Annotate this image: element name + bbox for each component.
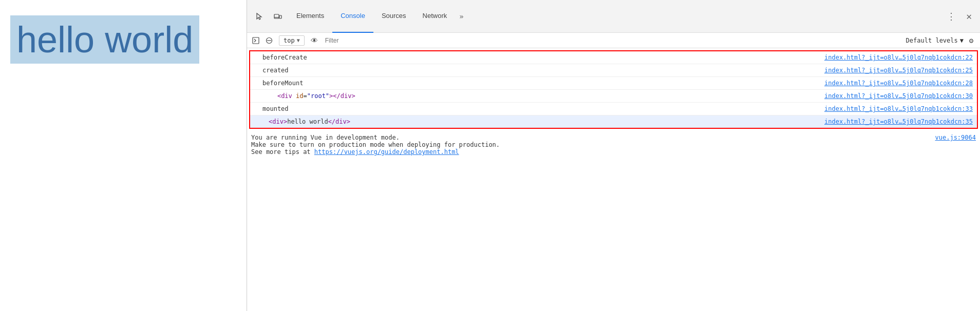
tab-network[interactable]: Network <box>414 0 456 33</box>
vue-deployment-link[interactable]: https://vuejs.org/guide/deployment.html <box>314 148 459 156</box>
default-levels-label: Default levels <box>906 37 958 44</box>
devtools-close-icon[interactable]: ✕ <box>962 9 976 24</box>
log-message-created: created <box>250 65 820 75</box>
eye-icon[interactable]: 👁 <box>309 35 320 46</box>
hello-world-text: hello world <box>10 15 199 64</box>
log-row-created: created index.html?_ijt=o8lv…5j0lq7nqb1c… <box>250 64 977 77</box>
context-dropdown-arrow: ▼ <box>297 37 300 43</box>
log-message-before-mount: beforeMount <box>250 78 820 88</box>
svg-rect-1 <box>279 15 281 18</box>
console-toolbar: top ▼ 👁 Default levels ▼ ⚙ <box>247 33 980 48</box>
settings-icon[interactable]: ⚙ <box>966 35 977 46</box>
log-row-before-mount: beforeMount index.html?_ijt=o8lv…5j0lq7n… <box>250 77 977 90</box>
log-row-div-hello: <div>hello world</div> index.html?_ijt=o… <box>250 115 977 128</box>
log-message-mounted: mounted <box>250 104 820 114</box>
svg-rect-0 <box>274 14 279 18</box>
log-message-div-hello: <div>hello world</div> <box>250 116 820 127</box>
vue-message-line3: See more tips at https://vuejs.org/guide… <box>251 148 976 156</box>
vue-message-area: You are running Vue in development mode.… <box>247 131 980 159</box>
default-levels-arrow: ▼ <box>960 37 964 44</box>
tab-sources[interactable]: Sources <box>373 0 414 33</box>
log-row-div-root: <div id="root"></div> index.html?_ijt=o8… <box>250 90 977 103</box>
vue-message-line2: Make sure to turn on production mode whe… <box>251 141 976 148</box>
cursor-icon[interactable] <box>251 8 268 25</box>
console-content: beforeCreate index.html?_ijt=o8lv…5j0lq7… <box>247 48 980 311</box>
vue-js-link[interactable]: vue.js:9064 <box>935 134 976 141</box>
filter-input[interactable] <box>322 36 904 45</box>
tab-elements[interactable]: Elements <box>288 0 332 33</box>
run-script-icon[interactable] <box>250 35 261 46</box>
vue-message-text1: You are running Vue in development mode. <box>251 134 400 141</box>
context-value: top <box>284 37 295 44</box>
log-link-before-mount[interactable]: index.html?_ijt=o8lv…5j0lq7nqb1cokdcn:28 <box>820 78 977 88</box>
log-link-div-root[interactable]: index.html?_ijt=o8lv…5j0lq7nqb1cokdcn:30 <box>820 91 977 101</box>
tab-console[interactable]: Console <box>332 0 373 33</box>
log-link-div-hello[interactable]: index.html?_ijt=o8lv…5j0lq7nqb1cokdcn:35 <box>820 116 977 127</box>
console-log-area: beforeCreate index.html?_ijt=o8lv…5j0lq7… <box>249 50 978 129</box>
devtools-tab-bar: Elements Console Sources Network » ⋮ ✕ <box>247 0 980 33</box>
device-toggle-icon[interactable] <box>270 8 286 25</box>
log-link-before-create[interactable]: index.html?_ijt=o8lv…5j0lq7nqb1cokdcn:22 <box>820 52 977 63</box>
more-tabs-icon[interactable]: » <box>455 10 467 23</box>
clear-console-icon[interactable] <box>263 35 275 46</box>
devtools-menu-icon[interactable]: ⋮ <box>943 9 960 24</box>
vue-message-line1: You are running Vue in development mode.… <box>251 134 976 141</box>
devtools-panel: Elements Console Sources Network » ⋮ ✕ t… <box>247 0 980 311</box>
log-message-before-create: beforeCreate <box>250 52 820 63</box>
log-row-mounted: mounted index.html?_ijt=o8lv…5j0lq7nqb1c… <box>250 103 977 115</box>
context-selector[interactable]: top ▼ <box>279 35 305 46</box>
webpage-panel: hello world <box>0 0 247 311</box>
log-link-created[interactable]: index.html?_ijt=o8lv…5j0lq7nqb1cokdcn:25 <box>820 65 977 75</box>
tab-bar: Elements Console Sources Network » <box>288 0 613 33</box>
log-message-div-root: <div id="root"></div> <box>250 91 820 101</box>
default-levels-dropdown[interactable]: Default levels ▼ <box>906 37 964 44</box>
log-link-mounted[interactable]: index.html?_ijt=o8lv…5j0lq7nqb1cokdcn:33 <box>820 104 977 114</box>
log-row-before-create: beforeCreate index.html?_ijt=o8lv…5j0lq7… <box>250 51 977 64</box>
